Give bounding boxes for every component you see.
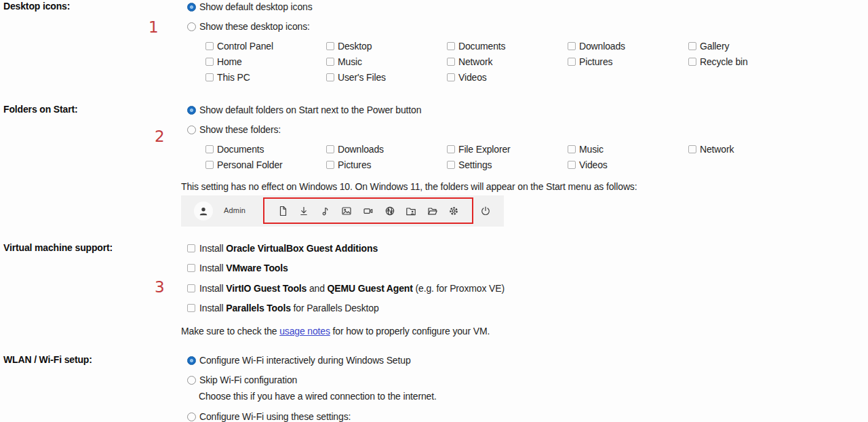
documents-icon <box>277 205 289 217</box>
checkbox-desktop[interactable]: Desktop <box>326 38 447 54</box>
checkbox-icon[interactable] <box>205 161 214 169</box>
checkbox-label: Videos <box>579 159 608 170</box>
checkbox-music[interactable]: Music <box>326 54 447 69</box>
checkbox-label: Documents <box>217 144 264 155</box>
checkbox-icon[interactable] <box>447 73 455 81</box>
radio-selected-icon[interactable] <box>187 106 196 115</box>
checkbox-network[interactable]: Network <box>447 54 568 69</box>
checkbox-label: Gallery <box>700 41 729 52</box>
checkbox-icon[interactable] <box>205 73 214 81</box>
file-explorer-icon <box>427 205 439 217</box>
user-avatar <box>194 202 213 220</box>
checkbox-icon[interactable] <box>568 58 576 66</box>
start-menu-preview: Admin <box>181 195 504 227</box>
radio-label: Show these folders: <box>199 124 281 135</box>
checkbox-folder-music[interactable]: Music <box>568 141 688 157</box>
checkbox-icon[interactable] <box>187 304 195 312</box>
checkbox-label: Music <box>338 56 362 67</box>
virtual-machine-section-label: Virtual machine support: <box>3 242 113 253</box>
checkbox-home[interactable]: Home <box>205 54 326 69</box>
radio-configure-wifi-interactively[interactable]: Configure Wi-Fi interactively during Win… <box>187 354 411 366</box>
checkbox-folder-file-explorer[interactable]: File Explorer <box>447 141 568 157</box>
radio-show-default-desktop-icons[interactable]: Show default desktop icons <box>187 1 313 13</box>
checkbox-icon[interactable] <box>187 284 195 292</box>
checkbox-vmware-tools[interactable]: Install VMware Tools <box>187 262 288 274</box>
checkbox-icon[interactable] <box>205 145 214 153</box>
checkbox-virtio-guest-tools[interactable]: Install VirtIO Guest Tools and QEMU Gues… <box>187 282 505 294</box>
checkbox-folder-documents[interactable]: Documents <box>205 141 326 157</box>
checkbox-icon[interactable] <box>187 244 195 252</box>
checkbox-folder-pictures[interactable]: Pictures <box>326 157 447 172</box>
radio-unselected-icon[interactable] <box>187 376 196 385</box>
checkbox-pictures[interactable]: Pictures <box>568 54 688 69</box>
radio-selected-icon[interactable] <box>187 3 196 12</box>
checkbox-icon[interactable] <box>447 161 455 169</box>
radio-show-default-folders[interactable]: Show default folders on Start next to th… <box>187 104 421 116</box>
checkbox-icon[interactable] <box>326 161 334 169</box>
checkbox-label: Downloads <box>579 41 625 52</box>
checkbox-control-panel[interactable]: Control Panel <box>205 38 326 54</box>
checkbox-icon[interactable] <box>205 42 214 50</box>
network-icon <box>384 205 396 217</box>
checkbox-gallery[interactable]: Gallery <box>688 38 809 54</box>
checkbox-icon[interactable] <box>205 58 214 66</box>
checkbox-icon[interactable] <box>187 264 195 272</box>
radio-show-these-desktop-icons[interactable]: Show these desktop icons: <box>187 20 310 33</box>
highlight-rectangle <box>263 197 473 224</box>
music-icon <box>319 205 332 217</box>
radio-label: Show default desktop icons <box>199 1 313 12</box>
radio-unselected-icon[interactable] <box>187 413 196 421</box>
checkbox-icon[interactable] <box>326 42 334 50</box>
checkbox-icon[interactable] <box>688 42 696 50</box>
checkbox-folder-downloads[interactable]: Downloads <box>326 141 447 157</box>
downloads-icon <box>298 205 310 217</box>
radio-configure-wifi-settings[interactable]: Configure Wi-Fi using these settings: <box>187 410 351 422</box>
checkbox-videos[interactable]: Videos <box>447 69 568 85</box>
checkbox-icon[interactable] <box>326 73 334 81</box>
settings-icon <box>448 205 460 217</box>
checkbox-label: Desktop <box>338 41 372 52</box>
folders-checkbox-grid: Documents Personal Folder Downloads Pict… <box>205 141 809 172</box>
checkbox-folder-network[interactable]: Network <box>688 141 809 157</box>
annotation-badge-2: 2 <box>155 128 164 146</box>
radio-label: Skip Wi-Fi configuration <box>199 375 297 385</box>
checkbox-icon[interactable] <box>447 42 455 50</box>
checkbox-icon[interactable] <box>326 145 334 153</box>
checkbox-downloads[interactable]: Downloads <box>568 38 688 54</box>
checkbox-icon[interactable] <box>447 58 455 66</box>
checkbox-label: Documents <box>458 41 505 52</box>
radio-selected-icon[interactable] <box>187 356 196 365</box>
checkbox-users-files[interactable]: User's Files <box>326 69 447 85</box>
radio-skip-wifi[interactable]: Skip Wi-Fi configuration <box>187 374 297 386</box>
note-text: for how to properly configure your VM. <box>330 326 490 337</box>
radio-unselected-icon[interactable] <box>187 126 196 134</box>
vm-usage-note: Make sure to check the usage notes for h… <box>181 326 490 337</box>
radio-unselected-icon[interactable] <box>187 22 196 31</box>
checkbox-folder-settings[interactable]: Settings <box>447 157 568 172</box>
checkbox-icon[interactable] <box>568 145 576 153</box>
checkbox-recycle-bin[interactable]: Recycle bin <box>688 54 809 69</box>
radio-show-these-folders[interactable]: Show these folders: <box>187 123 281 136</box>
checkbox-icon[interactable] <box>568 42 576 50</box>
checkbox-icon[interactable] <box>568 161 576 169</box>
checkbox-folder-videos[interactable]: Videos <box>568 157 688 172</box>
checkbox-label: This PC <box>217 72 250 83</box>
checkbox-label: Settings <box>458 159 492 170</box>
checkbox-icon[interactable] <box>688 145 696 153</box>
checkbox-label: Downloads <box>338 144 384 155</box>
wifi-section-label: WLAN / Wi-Fi setup: <box>3 354 92 365</box>
power-button-area <box>479 205 492 217</box>
checkbox-virtualbox-guest-additions[interactable]: Install Oracle VirtualBox Guest Addition… <box>187 242 378 254</box>
radio-label: Configure Wi-Fi interactively during Win… <box>199 355 411 366</box>
usage-notes-link[interactable]: usage notes <box>279 326 330 337</box>
checkbox-folder-personal-folder[interactable]: Personal Folder <box>205 157 326 172</box>
checkbox-documents[interactable]: Documents <box>447 38 568 54</box>
power-icon <box>479 205 492 217</box>
checkbox-parallels-tools[interactable]: Install Parallels Tools for Parallels De… <box>187 302 379 314</box>
checkbox-column: Control Panel Home This PC <box>205 38 326 85</box>
checkbox-label: Recycle bin <box>700 56 748 67</box>
checkbox-icon[interactable] <box>326 58 334 66</box>
checkbox-icon[interactable] <box>447 145 455 153</box>
checkbox-this-pc[interactable]: This PC <box>205 69 326 85</box>
checkbox-icon[interactable] <box>688 58 696 66</box>
